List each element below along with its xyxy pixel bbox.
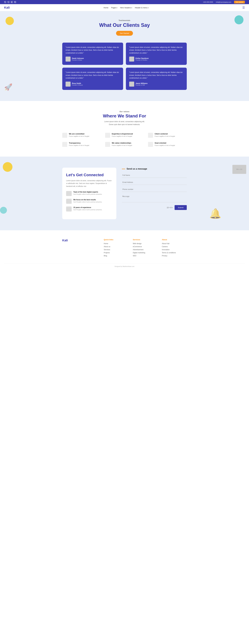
testimonial-card-2: "Lorem ipsum dolor sit amet, consectetur… (62, 68, 123, 90)
value-icon-0 (62, 133, 67, 138)
values-title: Where We Stand For (4, 114, 245, 118)
footer-link-about[interactable]: About us (104, 246, 129, 248)
author-title-0: Founder of Atlas (72, 59, 84, 61)
contact-feature-desc-2: Sed fringilla nulla id ante pulvinar pha… (73, 209, 102, 210)
value-item-0: We are committed Fusce sagittis et nisi … (62, 133, 101, 138)
contact-feature-0: Team of the best digital experts Sed fri… (66, 191, 112, 196)
value-item-3: Transparency Fusce sagittis et nisi in f… (62, 142, 101, 147)
value-icon-3 (62, 142, 67, 147)
footer-col-about: About About Kali Careers Innovation Term… (162, 238, 187, 258)
contact-deco-yellow (3, 162, 12, 172)
author-avatar-0 (66, 56, 70, 62)
get-started-topbar-button[interactable]: Get started (234, 1, 245, 4)
footer: Kali Quick links Home About us Services … (0, 230, 249, 272)
footer-bottom: Designed by Marklendriaan.com (4, 263, 245, 267)
hamburger-menu-icon[interactable]: ☰ (242, 6, 245, 9)
value-name-1: Expertise & Experienced (112, 133, 133, 135)
google-icon[interactable]: g (11, 1, 13, 3)
form-group-message (122, 194, 187, 203)
author-title-3: Founder of DM (136, 84, 148, 86)
footer-inner: Kali Quick links Home About us Services … (62, 238, 187, 258)
nav-hero-headers[interactable]: Hero headers (120, 7, 132, 9)
nav-home[interactable]: Home (104, 7, 108, 9)
submit-button[interactable]: Submit (174, 205, 187, 210)
nav-pages[interactable]: Pages (111, 7, 117, 9)
bell-icon: 🔔 (209, 208, 221, 219)
message-input[interactable] (122, 194, 187, 202)
contact-feature-content-1: We focus on the best results Sed fringil… (73, 199, 102, 203)
top-bar: f t g in +815.555.5555 info@mycompany.co… (0, 0, 249, 4)
footer-link-services[interactable]: Services (104, 249, 129, 251)
email-address: info@mycompany.com (216, 1, 231, 3)
footer-col-services: Services Web design eCommerce Advertisem… (133, 238, 158, 258)
phone-number: +815.555.5555 (203, 1, 213, 3)
footer-link-advertisement[interactable]: Advertisement (133, 249, 158, 251)
footer-link-seo[interactable]: SEO (133, 255, 158, 257)
form-group-email (122, 180, 187, 185)
email-input[interactable] (122, 180, 187, 185)
values-desc: Lorem ipsum dolor sit amet, consectetur … (104, 120, 145, 126)
footer-link-webdesign[interactable]: Web design (133, 242, 158, 244)
author-name-1: Esther Davidson (136, 58, 149, 59)
linkedin-icon[interactable]: in (14, 1, 16, 3)
value-content-2: Client centered Fusce sagittis et nisi i… (155, 133, 175, 137)
deco-cyan-circle (234, 15, 244, 24)
contact-feature-content-2: 15 years of experience Sed fringilla nul… (73, 206, 102, 210)
testimonials-cta-button[interactable]: Get Started (116, 31, 133, 36)
contact-feature-name-0: Team of the best digital experts (73, 191, 102, 193)
footer-link-terms[interactable]: Terms & conditions (162, 252, 187, 254)
footer-link-careers[interactable]: Careers (162, 246, 187, 248)
footer-link-privacy[interactable]: Privacy (162, 255, 187, 257)
testimonial-author-2: Rosa Smith Founder of Avanti (66, 82, 120, 86)
nav-logo: Kali (4, 6, 10, 10)
value-item-2: Client centered Fusce sagittis et nisi i… (148, 133, 187, 138)
contact-feature-desc-0: Sed fringilla nulla id ante pulvinar pha… (73, 193, 102, 195)
author-avatar-3 (129, 82, 134, 86)
nav-header-menu[interactable]: Header & menu (135, 7, 148, 9)
footer-link-digitalmarketing[interactable]: Digital marketing (133, 252, 158, 254)
value-icon-1 (105, 133, 110, 138)
value-name-5: Goal oriented (155, 142, 175, 144)
footer-link-blog[interactable]: Blog (104, 255, 129, 257)
contact-inner: Let's Get Connected Lorem ipsum dolor si… (62, 168, 187, 219)
contact-deco-cyan (0, 207, 7, 214)
contact-image-placeholder: 300 x 181 (232, 165, 246, 174)
contact-feature-name-2: 15 years of experience (73, 206, 102, 208)
footer-link-aboutkali[interactable]: About Kali (162, 242, 187, 244)
contact-title: Let's Get Connected (66, 172, 112, 177)
contact-section: 300 x 181 🔔 Let's Get Connected Lorem ip… (0, 156, 249, 230)
top-bar-socials: f t g in (4, 1, 16, 3)
phone-input[interactable] (122, 187, 187, 192)
footer-link-home[interactable]: Home (104, 242, 129, 244)
value-icon-5 (148, 142, 153, 147)
value-content-1: Expertise & Experienced Fusce sagittis e… (112, 133, 133, 137)
twitter-icon[interactable]: t (8, 1, 10, 3)
footer-link-projects[interactable]: Projects (104, 252, 129, 254)
nav-links: Home Pages Hero headers Header & menu (104, 7, 148, 9)
testimonial-author-3: Jason Williams Founder of DM (129, 82, 184, 86)
author-info-1: Esther Davidson Founder of Divi8eo (136, 58, 149, 61)
value-desc-4: Fusce sagittis et nisi in feugiat (112, 144, 132, 146)
facebook-icon[interactable]: f (4, 1, 6, 3)
footer-link-innovation[interactable]: Innovation (162, 249, 187, 251)
author-avatar-2 (66, 82, 70, 86)
contact-feature-icon-2 (66, 206, 72, 212)
fullname-input[interactable] (122, 173, 187, 178)
contact-left-card: Let's Get Connected Lorem ipsum dolor si… (62, 168, 116, 219)
testimonial-author-1: Esther Davidson Founder of Divi8eo (129, 56, 184, 62)
footer-link-ecommerce[interactable]: eCommerce (133, 246, 158, 248)
contact-feature-desc-1: Sed fringilla nulla id ante pulvinar pha… (73, 201, 102, 203)
contact-right-form: Send us a message 13 + 8 = Submit (122, 168, 187, 210)
top-bar-right: +815.555.5555 info@mycompany.com Get sta… (203, 1, 245, 4)
testimonial-grid: "Lorem ipsum dolor sit amet, consectetur… (62, 42, 187, 90)
testimonial-text-0: "Lorem ipsum dolor sit amet, consectetur… (66, 46, 120, 54)
testimonial-card-3: "Lorem ipsum dolor sit amet, consectetur… (126, 68, 187, 90)
testimonials-section: 🚀 Testimonials What Our Clients Say Get … (0, 11, 249, 101)
value-desc-0: Fusce sagittis et nisi in feugiat (69, 136, 89, 137)
footer-logo: Kali (62, 238, 100, 242)
testimonials-title: What Our Clients Say (4, 22, 245, 28)
form-bottom: 13 + 8 = Submit (122, 205, 187, 210)
value-desc-3: Fusce sagittis et nisi in feugiat (69, 144, 89, 146)
form-group-fullname (122, 173, 187, 178)
footer-brand: Kali (62, 238, 100, 258)
